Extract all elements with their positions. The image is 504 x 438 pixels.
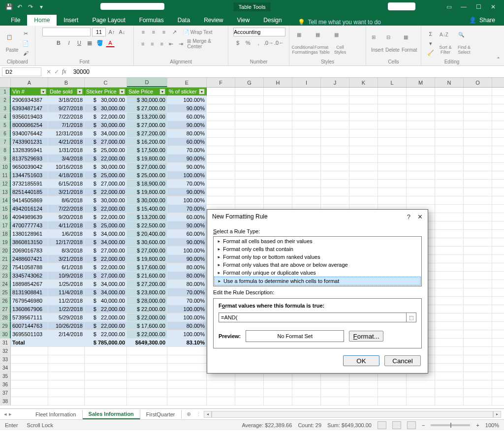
cell[interactable]: $ 27,000.00 (85, 247, 127, 255)
cell[interactable]: $ 27,000.00 (127, 163, 167, 171)
collapse-ribbon-icon[interactable]: ˄ (497, 56, 500, 64)
zoom-out-icon[interactable]: − (422, 422, 425, 428)
column-headers[interactable]: A B C D E F G H I J K L M N O P ▴ (0, 78, 504, 88)
sheet-nav-prev-icon[interactable]: ◂ (4, 411, 7, 417)
align-right-icon[interactable]: ≡ (158, 39, 166, 48)
cell[interactable]: 90.00% (167, 238, 207, 247)
cell[interactable]: $ 22,000.00 (85, 322, 127, 330)
fx-icon[interactable]: fx (62, 68, 66, 75)
cell[interactable]: 10/16/2018 (48, 163, 85, 171)
cell[interactable]: $ 30,000.00 (127, 196, 167, 205)
cell[interactable]: 2069016783 (11, 247, 48, 255)
cell[interactable]: $ 20,400.00 (127, 230, 167, 238)
col-header-d[interactable]: Sale Price▾ (127, 88, 167, 96)
cell[interactable]: $ 34,000.00 (85, 230, 127, 238)
cell[interactable]: $ 22,500.00 (127, 221, 167, 230)
cell[interactable]: 1/31/2018 (48, 146, 85, 155)
shrink-font-icon[interactable]: A↓ (118, 28, 126, 36)
cell[interactable]: 12/31/2018 (48, 129, 85, 138)
cell[interactable]: 100.00% (167, 305, 207, 313)
cut-icon[interactable]: ✂ (21, 29, 30, 38)
cell[interactable]: $ 22,000.00 (127, 330, 167, 339)
hscroll-left-icon[interactable]: ◂ (204, 411, 212, 418)
cell[interactable]: 1360867906 (11, 305, 48, 313)
cell[interactable]: $ 27,200.00 (127, 129, 167, 138)
cell[interactable]: 7/22/2018 (48, 205, 85, 213)
cell[interactable]: 7541058788 (11, 263, 48, 272)
cell[interactable]: 90.00% (167, 221, 207, 230)
underline-button[interactable]: U (75, 38, 84, 47)
tab-review[interactable]: Review (197, 15, 230, 26)
select-all-corner[interactable] (0, 78, 11, 87)
cell[interactable]: $ 27,000.00 (85, 180, 127, 188)
cell[interactable]: 4094989639 (11, 213, 48, 221)
hscroll-right-icon[interactable]: ▸ (493, 411, 501, 418)
cell[interactable]: 80.00% (167, 129, 207, 138)
cell[interactable]: 4700777743 (11, 221, 48, 230)
find-select-button[interactable]: 🔍Find & Select (456, 31, 472, 55)
cell[interactable]: 9356019403 (11, 113, 48, 121)
cell[interactable]: 6393487147 (11, 104, 48, 113)
cell[interactable]: $ 30,000.00 (85, 163, 127, 171)
cell[interactable]: 70.00% (167, 180, 207, 188)
cell[interactable]: 80.00% (167, 280, 207, 288)
cell[interactable]: 100.00% (167, 196, 207, 205)
tab-home[interactable]: Home (27, 15, 57, 26)
tab-page-layout[interactable]: Page Layout (85, 15, 132, 26)
cell[interactable]: $ 34,000.00 (85, 280, 127, 288)
clear-icon[interactable]: 🧹 (426, 48, 435, 57)
hscroll-track[interactable] (212, 411, 493, 418)
cell[interactable]: 8251440185 (11, 188, 48, 196)
cell[interactable]: $ 22,000.00 (85, 205, 127, 213)
cell[interactable]: 8/6/2018 (48, 196, 85, 205)
cell[interactable]: 3/21/2018 (48, 188, 85, 196)
cell[interactable]: 90.00% (167, 121, 207, 129)
cell[interactable]: 100.00% (167, 96, 207, 104)
cell[interactable]: 10/26/2018 (48, 322, 85, 330)
cell[interactable]: 9/27/2018 (48, 104, 85, 113)
cell[interactable]: $ 22,000.00 (85, 213, 127, 221)
cell[interactable]: $ 25,000.00 (85, 221, 127, 230)
cell[interactable]: $ 27,000.00 (85, 272, 127, 280)
cell[interactable]: $ 22,000.00 (85, 313, 127, 322)
rule-type-list[interactable]: Format all cells based on their values F… (213, 236, 422, 286)
paste-button[interactable]: 📋Paste (5, 31, 19, 55)
format-cells-button[interactable]: ▦Format (402, 31, 417, 55)
cell[interactable]: 4/21/2018 (48, 138, 85, 146)
tab-insert[interactable]: Insert (57, 15, 85, 26)
fill-icon[interactable]: ▾ (426, 39, 435, 48)
sheet-tab-sales[interactable]: Sales Information (83, 409, 140, 419)
align-left-icon[interactable]: ≡ (139, 39, 147, 48)
col-header-c[interactable]: Sticker Price▾ (85, 88, 127, 96)
cell[interactable]: 100.00% (167, 313, 207, 322)
cell[interactable]: 3345743062 (11, 272, 48, 280)
cell[interactable]: 6007144763 (11, 322, 48, 330)
cell[interactable]: 8000086254 (11, 121, 48, 129)
autosum-icon[interactable]: Σ (426, 30, 435, 38)
cell[interactable]: 10/9/2018 (48, 272, 85, 280)
cell[interactable]: 90.00% (167, 163, 207, 171)
redo-icon[interactable]: ↷ (26, 2, 35, 12)
cell[interactable]: 2488607421 (11, 255, 48, 263)
format-painter-icon[interactable]: 🖌 (21, 49, 30, 58)
cell[interactable]: 1/22/2018 (48, 305, 85, 313)
cell-styles-button[interactable]: ▦Cell Styles (332, 31, 348, 55)
cell[interactable]: 100.00% (167, 247, 207, 255)
tab-view[interactable]: View (230, 15, 257, 26)
cell[interactable]: $ 19,800.00 (127, 188, 167, 196)
cell[interactable]: 7/22/2018 (48, 113, 85, 121)
new-sheet-icon[interactable]: ⊕ (182, 411, 196, 417)
format-as-table-button[interactable]: ▦Format as Table (313, 31, 330, 55)
tab-formulas[interactable]: Formulas (132, 15, 171, 26)
cell[interactable]: $ 30,000.00 (85, 196, 127, 205)
cell[interactable]: 1/6/2018 (48, 230, 85, 238)
cell[interactable]: 9414505869 (11, 196, 48, 205)
cell[interactable]: $ 23,800.00 (127, 288, 167, 297)
cell[interactable]: 1/25/2018 (48, 280, 85, 288)
format-button[interactable]: Format... (349, 331, 383, 342)
cell[interactable]: 70.00% (167, 288, 207, 297)
zoom-level[interactable]: 100% (485, 422, 499, 428)
cell[interactable]: 80.00% (167, 272, 207, 280)
cell[interactable]: $ 25,000.00 (85, 146, 127, 155)
cell[interactable]: $ 22,000.00 (85, 330, 127, 339)
